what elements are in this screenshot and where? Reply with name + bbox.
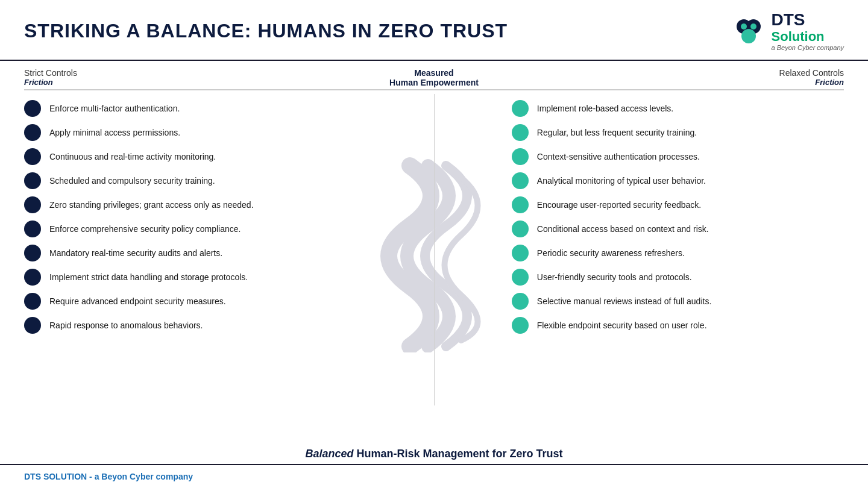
right-list-item: Selective manual reviews instead of full… [512,293,844,310]
dot-dark-icon [24,269,41,286]
left-item-text: Zero standing privileges; grant access o… [49,199,254,210]
right-list-item: Context-sensitive authentication process… [512,148,844,165]
svg-point-3 [741,23,747,30]
right-column: Implement role-based access levels. Regu… [500,100,844,442]
footer-rest: Human-Risk Management for Zero Trust [353,448,562,460]
left-item-text: Enforce comprehensive security policy co… [49,224,241,234]
dot-dark-icon [24,196,41,213]
dot-dark-icon [24,148,41,165]
right-item-text: Context-sensitive authentication process… [537,151,700,162]
logo-solution: Solution [772,30,844,44]
dot-teal-icon [512,148,529,165]
right-item-text: Implement role-based access levels. [537,103,673,114]
dot-dark-icon [24,221,41,237]
scale-section: Strict Controls Friction Measured Human … [0,61,868,94]
left-item-text: Continuous and real-time activity monito… [49,151,216,162]
dot-dark-icon [24,100,41,117]
left-list-item: Enforce comprehensive security policy co… [24,221,356,237]
right-item-text: Flexible endpoint security based on user… [537,320,707,331]
left-item-text: Implement strict data handling and stora… [49,272,248,283]
left-list-item: Enforce multi-factor authentication. [24,100,356,117]
dot-teal-icon [512,245,529,261]
dot-dark-icon [24,172,41,189]
dot-dark-icon [24,245,41,261]
dot-teal-icon [512,269,529,286]
dot-teal-icon [512,293,529,310]
scale-bar [24,89,844,90]
left-item-text: Rapid response to anomalous behaviors. [49,320,203,331]
main-content: Enforce multi-factor authentication. App… [0,94,868,442]
right-list-item: User-friendly security tools and protoco… [512,269,844,286]
company-label: DTS SOLUTION - a Beyon Cyber company [24,472,193,481]
left-list-item: Implement strict data handling and stora… [24,269,356,286]
right-list-item: Analytical monitoring of typical user be… [512,172,844,189]
right-item-text: Conditional access based on context and … [537,224,709,234]
right-list-item: Periodic security awareness refreshers. [512,245,844,261]
right-list-item: Flexible endpoint security based on user… [512,317,844,334]
left-item-text: Apply minimal access permissions. [49,127,180,138]
right-item-text: Regular, but less frequent security trai… [537,127,697,138]
dot-dark-icon [24,293,41,310]
dot-teal-icon [512,124,529,141]
dot-dark-icon [24,317,41,334]
left-item-text: Scheduled and compulsory security traini… [49,175,215,186]
logo-tagline: a Beyon Cyber company [772,44,844,51]
right-item-text: Encourage user-reported security feedbac… [537,199,701,210]
logo-icon [732,14,766,48]
dot-teal-icon [512,196,529,213]
scale-right-sub: Friction [779,78,844,87]
scale-center: Measured Human Empowerment [389,68,479,87]
scale-left-label: Strict Controls [24,68,77,78]
left-list-item: Continuous and real-time activity monito… [24,148,356,165]
logo-text: DTS Solution a Beyon Cyber company [772,11,844,51]
logo-dts: DTS [772,11,844,30]
left-list-item: Rapid response to anomalous behaviors. [24,317,356,334]
right-list-item: Implement role-based access levels. [512,100,844,117]
dot-teal-icon [512,100,529,117]
scale-left-sub: Friction [24,78,77,87]
header: STRIKING A BALANCE: HUMANS IN ZERO TRUST… [0,0,868,61]
dot-teal-icon [512,221,529,237]
scale-right-label: Relaxed Controls [779,68,844,78]
left-item-text: Enforce multi-factor authentication. [49,103,180,114]
svg-point-4 [750,23,756,30]
dot-teal-icon [512,317,529,334]
left-item-text: Mandatory real-time security audits and … [49,248,222,258]
left-column: Enforce multi-factor authentication. App… [24,100,368,442]
svg-point-2 [741,29,756,43]
left-list-item: Require advanced endpoint security measu… [24,293,356,310]
center-decoration [356,94,512,405]
scale-labels: Strict Controls Friction Measured Human … [24,68,844,87]
right-item-text: Periodic security awareness refreshers. [537,248,685,258]
left-list-item: Zero standing privileges; grant access o… [24,196,356,213]
wave-svg [362,148,506,352]
bottom-bar: DTS SOLUTION - a Beyon Cyber company [0,464,868,488]
footer-tagline: Balanced Human-Risk Management for Zero … [0,442,868,464]
page-title: STRIKING A BALANCE: HUMANS IN ZERO TRUST [24,20,508,42]
dot-teal-icon [512,172,529,189]
left-list-item: Mandatory real-time security audits and … [24,245,356,261]
footer-italic: Balanced [305,448,353,460]
right-list-item: Regular, but less frequent security trai… [512,124,844,141]
logo-area: DTS Solution a Beyon Cyber company [732,11,844,51]
right-item-text: Selective manual reviews instead of full… [537,296,711,307]
left-item-text: Require advanced endpoint security measu… [49,296,226,307]
right-list-item: Conditional access based on context and … [512,221,844,237]
right-item-text: User-friendly security tools and protoco… [537,272,692,283]
scale-right: Relaxed Controls Friction [779,68,844,87]
right-item-text: Analytical monitoring of typical user be… [537,175,706,186]
right-list-item: Encourage user-reported security feedbac… [512,196,844,213]
dot-dark-icon [24,124,41,141]
left-list-item: Scheduled and compulsory security traini… [24,172,356,189]
center-line [434,94,435,405]
scale-left: Strict Controls Friction [24,68,77,87]
left-list-item: Apply minimal access permissions. [24,124,356,141]
